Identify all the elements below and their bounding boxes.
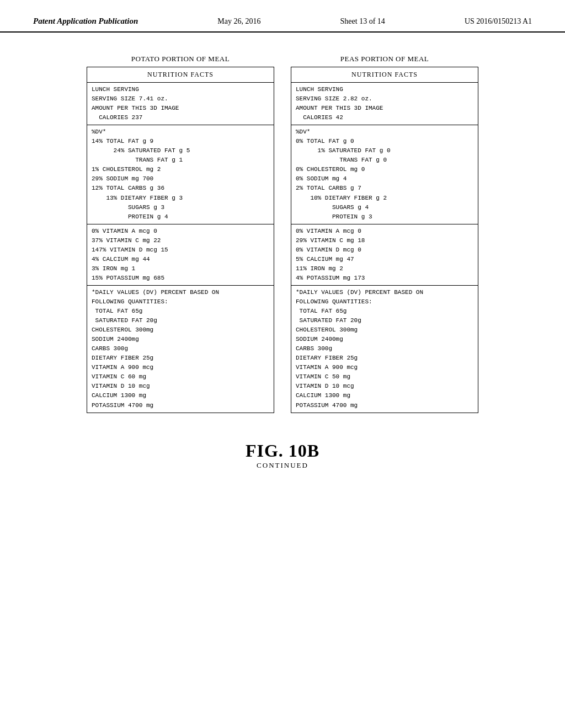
nf-line: SUGARS g 4 [296,203,473,212]
nf-line: CHOLESTEROL 300mg [296,325,473,335]
nf-line: 29% VITAMIN C mg 18 [296,236,473,245]
nf-line: POTASSIUM 4700 mg [92,401,269,410]
nf-line: 0% VITAMIN A mcg 0 [92,227,269,236]
nf-line: VITAMIN C 60 mg [92,372,269,382]
nf-line: AMOUNT PER THIS 3D IMAGE [92,104,269,113]
nf-line: 0% VITAMIN D mcg 0 [296,245,473,255]
nf-line: VITAMIN A 900 mcg [296,363,473,372]
left-section-title: POTATO PORTION OF MEAL [87,55,274,63]
nf-line: 0% TOTAL FAT g 0 [296,137,473,146]
nf-line: 4% POTASSIUM mg 173 [296,274,473,283]
nf-line: 4% CALCIUM mg 44 [92,255,269,264]
left-section1: LUNCH SERVINGSERVING SIZE 7.41 oz.AMOUNT… [87,83,274,125]
nf-line: CARBS 300g [92,344,269,354]
nf-line: FOLLOWING QUANTITIES: [296,297,473,307]
right-section1: LUNCH SERVINGSERVING SIZE 2.82 oz.AMOUNT… [291,83,478,125]
nf-line: 11% IRON mg 2 [296,264,473,274]
nf-line: 14% TOTAL FAT g 9 [92,137,269,146]
nf-line: 12% TOTAL CARBS g 36 [92,184,269,193]
nf-line: VITAMIN A 900 mcg [92,363,269,372]
nf-line: VITAMIN D 10 mcg [296,382,473,391]
nf-line: SATURATED FAT 20g [92,316,269,325]
nf-line: 0% CHOLESTEROL mg 0 [296,165,473,174]
nf-line: 147% VITAMIN D mcg 15 [92,245,269,255]
nf-line: VITAMIN C 50 mg [296,372,473,382]
publication-date: May 26, 2016 [217,17,260,26]
nf-line: *DAILY VALUES (DV) PERCENT BASED ON [296,288,473,297]
nf-line: PROTEIN g 4 [92,212,269,222]
nf-line: 10% DIETARY FIBER g 2 [296,194,473,203]
nf-line: 1% SATURATED FAT g 0 [296,146,473,156]
nf-line: SERVING SIZE 2.82 oz. [296,94,473,104]
nf-line: CARBS 300g [296,344,473,354]
nf-line: 2% TOTAL CARBS g 7 [296,184,473,193]
nf-line: SODIUM 2400mg [296,335,473,344]
nf-line: 24% SATURATED FAT g 5 [92,146,269,156]
left-nf-header: NUTRITION FACTS [87,67,274,83]
nf-line: SERVING SIZE 7.41 oz. [92,94,269,104]
right-section4: *DAILY VALUES (DV) PERCENT BASED ONFOLLO… [291,286,478,413]
nf-line: %DV* [296,127,473,137]
nf-line: POTASSIUM 4700 mg [296,401,473,410]
nf-line: AMOUNT PER THIS 3D IMAGE [296,104,473,113]
nf-line: %DV* [92,127,269,137]
nf-line: DIETARY FIBER 25g [296,354,473,363]
nf-line: 13% DIETARY FIBER g 3 [92,194,269,203]
nf-line: CALORIES 237 [92,113,269,122]
left-section2: %DV*14% TOTAL FAT g 9 24% SATURATED FAT … [87,125,274,224]
left-nutrition-box: NUTRITION FACTS LUNCH SERVINGSERVING SIZ… [87,67,274,413]
publication-number: US 2016/0150213 A1 [465,17,532,26]
patent-header: Patent Application Publication May 26, 2… [0,0,565,33]
main-content: POTATO PORTION OF MEAL NUTRITION FACTS L… [0,33,565,492]
figure-number: FIG. 10B [44,441,521,461]
nf-line: 29% SODIUM mg 700 [92,174,269,184]
nf-line: 15% POTASSIUM mg 685 [92,274,269,283]
right-section3: 0% VITAMIN A mcg 029% VITAMIN C mg 180% … [291,224,478,286]
left-section4: *DAILY VALUES (DV) PERCENT BASED ONFOLLO… [87,286,274,413]
publication-title: Patent Application Publication [33,17,138,26]
nf-line: FOLLOWING QUANTITIES: [92,297,269,307]
right-section2: %DV*0% TOTAL FAT g 0 1% SATURATED FAT g … [291,125,478,224]
figure-subtitle: CONTINUED [44,461,521,470]
nf-line: TOTAL FAT 65g [296,307,473,316]
publication-sheet: Sheet 13 of 14 [340,17,385,26]
nf-line: CALCIUM 1300 mg [92,391,269,400]
nf-line: CHOLESTEROL 300mg [92,325,269,335]
right-section-title: PEAS PORTION OF MEAL [291,55,478,63]
nf-line: DIETARY FIBER 25g [92,354,269,363]
nf-line: 1% CHOLESTEROL mg 2 [92,165,269,174]
nf-line: 3% IRON mg 1 [92,264,269,274]
nf-line: CALORIES 42 [296,113,473,122]
right-nutrition-box: NUTRITION FACTS LUNCH SERVINGSERVING SIZ… [291,67,478,413]
nf-line: 5% CALCIUM mg 47 [296,255,473,264]
nf-line: CALCIUM 1300 mg [296,391,473,400]
nf-line: *DAILY VALUES (DV) PERCENT BASED ON [92,288,269,297]
right-column: PEAS PORTION OF MEAL NUTRITION FACTS LUN… [291,55,478,413]
nf-line: PROTEIN g 3 [296,212,473,222]
nf-line: SUGARS g 3 [92,203,269,212]
nf-line: 37% VITAMIN C mg 22 [92,236,269,245]
nf-line: 0% SODIUM mg 4 [296,174,473,184]
nf-line: LUNCH SERVING [296,85,473,94]
nf-line: TRANS FAT g 0 [296,156,473,165]
left-section3: 0% VITAMIN A mcg 037% VITAMIN C mg 22147… [87,224,274,286]
nf-line: SATURATED FAT 20g [296,316,473,325]
nf-line: LUNCH SERVING [92,85,269,94]
figure-caption: FIG. 10B CONTINUED [44,441,521,470]
nf-line: 0% VITAMIN A mcg 0 [296,227,473,236]
nf-line: SODIUM 2400mg [92,335,269,344]
nf-line: TOTAL FAT 65g [92,307,269,316]
nf-line: VITAMIN D 10 mcg [92,382,269,391]
right-nf-header: NUTRITION FACTS [291,67,478,83]
left-column: POTATO PORTION OF MEAL NUTRITION FACTS L… [87,55,274,413]
two-columns-layout: POTATO PORTION OF MEAL NUTRITION FACTS L… [44,55,521,413]
nf-line: TRANS FAT g 1 [92,156,269,165]
